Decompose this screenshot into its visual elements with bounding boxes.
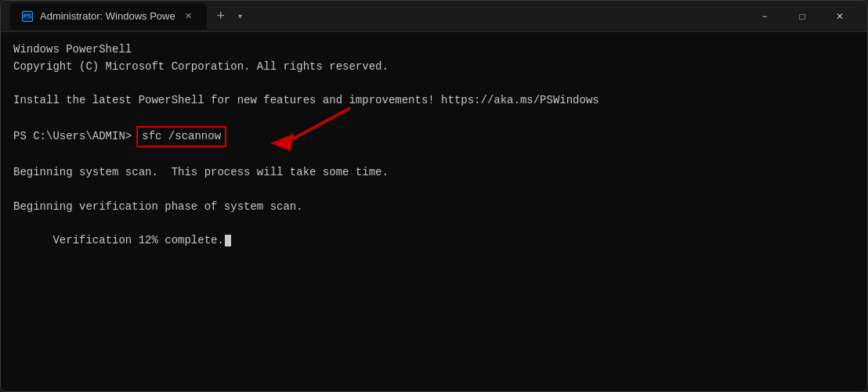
prompt-text: PS C:\Users\ADMIN> — [13, 128, 132, 145]
terminal-body[interactable]: Windows PowerShell Copyright (C) Microso… — [1, 32, 867, 391]
terminal-line-10: Verification 12% complete. — [13, 215, 855, 266]
tab-close-button[interactable]: ✕ — [182, 9, 196, 23]
cursor — [225, 235, 231, 246]
terminal-line-1: Windows PowerShell — [13, 41, 855, 59]
maximize-button[interactable]: □ — [784, 4, 820, 29]
terminal-window: PS Administrator: Windows Powe ✕ + ▾ − □… — [0, 0, 868, 392]
tab-area: PS Administrator: Windows Powe ✕ + ▾ — [10, 3, 747, 30]
blank-line-3 — [13, 147, 855, 164]
command-highlight: sfc /scannow — [136, 126, 226, 147]
verification-text: Verification 12% complete. — [52, 234, 223, 246]
svg-line-0 — [288, 108, 350, 142]
tab-title: Administrator: Windows Powe — [40, 10, 175, 22]
blank-line-4 — [13, 182, 855, 199]
terminal-line-2: Copyright (C) Microsoft Corporation. All… — [13, 59, 855, 76]
red-arrow — [241, 96, 366, 159]
blank-line-1 — [13, 75, 855, 92]
active-tab[interactable]: PS Administrator: Windows Powe ✕ — [10, 3, 207, 30]
close-button[interactable]: ✕ — [822, 4, 858, 29]
terminal-line-7: Beginning system scan. This process will… — [13, 164, 855, 182]
command-line: PS C:\Users\ADMIN> sfc /scannow — [13, 126, 855, 147]
terminal-line-4: Install the latest PowerShell for new fe… — [13, 92, 855, 110]
blank-line-2 — [13, 110, 855, 127]
terminal-line-9: Beginning verification phase of system s… — [13, 199, 855, 216]
svg-marker-1 — [270, 134, 294, 151]
new-tab-button[interactable]: + — [210, 5, 232, 27]
powershell-icon: PS — [22, 11, 33, 22]
window-controls: − □ ✕ — [747, 4, 858, 29]
tab-icon: PS — [21, 10, 34, 23]
titlebar: PS Administrator: Windows Powe ✕ + ▾ − □… — [1, 1, 867, 32]
minimize-button[interactable]: − — [747, 4, 783, 29]
tab-dropdown-button[interactable]: ▾ — [232, 8, 249, 25]
ps-icon-text: PS — [24, 13, 32, 20]
